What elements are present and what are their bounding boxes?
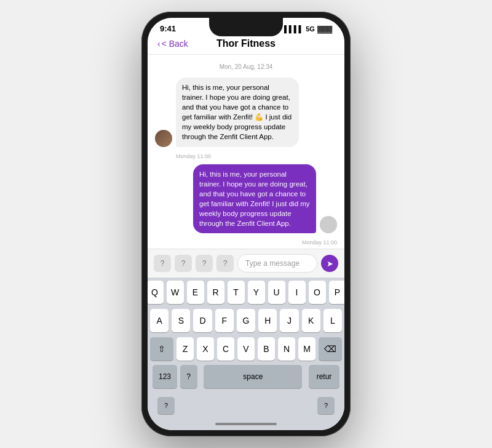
home-indicator [148,418,344,430]
message-time-1: Monday 11:00 [155,153,337,159]
message-row-incoming-1: Hi, this is me, your personal trainer. I… [155,78,337,147]
status-bar: 9:41 ▌▌▌▌ 5G ▓▓▓ [148,18,344,36]
nav-title: Thor Fitness [216,38,276,49]
message-bubble-incoming-1: Hi, this is me, your personal trainer. I… [176,78,299,147]
key-m[interactable]: M [298,337,315,361]
bottom-icon-right[interactable]: ? [317,397,335,414]
key-x[interactable]: X [197,337,214,361]
keyboard-row-1: Q W E R T Y U I O P [148,278,344,306]
message-input[interactable]: Type a message [237,254,317,273]
key-v[interactable]: V [237,337,255,361]
key-y[interactable]: Y [248,281,265,304]
back-button[interactable]: ‹ < Back [157,39,188,49]
key-g[interactable]: G [237,309,255,332]
chevron-left-icon: ‹ [157,39,161,49]
key-n[interactable]: N [278,337,295,361]
key-o[interactable]: O [309,281,326,304]
network-type: 5G [306,25,315,33]
key-a[interactable]: A [150,309,169,332]
chat-area: Mon, 20 Aug, 12:34 Hi, this is me, your … [148,55,344,249]
numbers-key[interactable]: 123 [153,365,177,388]
status-icons: ▌▌▌▌ 5G ▓▓▓ [284,25,332,33]
key-f[interactable]: F [215,309,234,332]
key-z[interactable]: Z [177,337,194,361]
attachment-btn-4[interactable]: ? [216,255,234,272]
attachment-btn-2[interactable]: ? [175,255,192,272]
bottom-icon-left[interactable]: ? [157,397,175,414]
home-bar [215,423,277,425]
key-e[interactable]: E [187,281,204,304]
keyboard-row-3: ⇧ Z X C V B N M ⌫ [148,334,344,362]
message-placeholder: Type a message [245,259,300,268]
user-avatar-1 [320,216,337,233]
message-input-area: ? ? ? ? Type a message ➤ [148,249,344,278]
emoji-key-left[interactable]: ? [180,365,197,388]
key-j[interactable]: J [280,309,298,332]
battery-icon: ▓▓▓ [317,25,332,33]
key-i[interactable]: I [288,281,306,304]
phone-frame: 9:41 ▌▌▌▌ 5G ▓▓▓ ‹ < Back Thor Fitness M… [141,12,351,436]
keyboard: Q W E R T Y U I O P A S D F G H J K [148,278,344,430]
return-label: retur [317,372,332,381]
nav-header: ‹ < Back Thor Fitness [148,36,344,55]
key-l[interactable]: L [323,309,342,332]
key-q[interactable]: Q [148,281,164,304]
message-bubble-outgoing-1: Hi, this is me, your personal trainer. I… [193,164,316,234]
notch [209,18,283,36]
space-label: space [243,372,263,381]
signal-bars-icon: ▌▌▌▌ [284,25,303,33]
key-k[interactable]: K [302,309,320,332]
back-label[interactable]: < Back [162,39,188,49]
send-icon: ➤ [327,259,333,268]
keyboard-bottom-row: 123 ? space retur [148,362,344,396]
trainer-avatar-1 [155,130,172,147]
key-r[interactable]: R [207,281,224,304]
delete-key[interactable]: ⌫ [319,337,342,361]
space-key[interactable]: space [204,365,302,388]
status-time: 9:41 [160,24,176,33]
key-c[interactable]: C [217,337,234,361]
key-b[interactable]: B [258,337,275,361]
attachment-btn-1[interactable]: ? [154,255,171,272]
phone-screen: 9:41 ▌▌▌▌ 5G ▓▓▓ ‹ < Back Thor Fitness M… [148,18,344,430]
message-row-outgoing-1: Hi, this is me, your personal trainer. I… [155,164,337,234]
send-button[interactable]: ➤ [321,255,338,272]
key-w[interactable]: W [167,281,184,304]
date-label-1: Mon, 20 Aug, 12:34 [155,63,337,70]
keyboard-row-2: A S D F G H J K L [148,306,344,334]
attachment-btn-3[interactable]: ? [196,255,213,272]
key-p[interactable]: P [329,281,345,304]
numbers-label: 123 [159,372,171,381]
key-h[interactable]: H [258,309,277,332]
return-key[interactable]: retur [309,365,339,388]
key-d[interactable]: D [193,309,212,332]
key-u[interactable]: U [268,281,285,304]
shift-key[interactable]: ⇧ [150,337,173,361]
key-t[interactable]: T [228,281,245,304]
emoji-icon-left: ? [186,372,191,381]
message-time-2: Monday 11:00 [155,239,337,246]
key-s[interactable]: S [172,309,190,332]
